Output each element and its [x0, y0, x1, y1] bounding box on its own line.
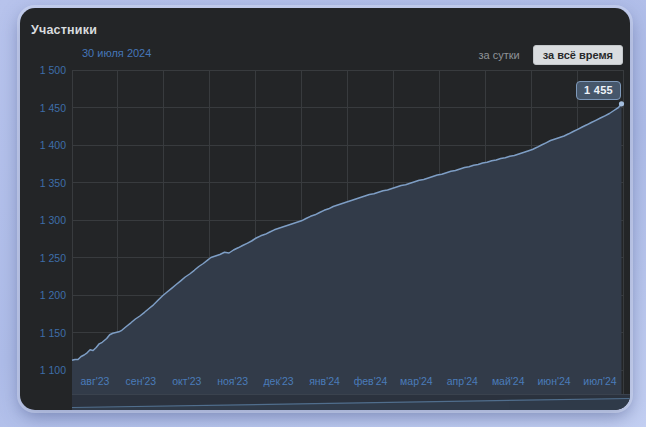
x-tick-label: дек'23	[263, 375, 293, 387]
x-tick-label: май'24	[492, 375, 525, 387]
x-tick-label: ноя'23	[217, 375, 248, 387]
x-tick-label: авг'23	[81, 375, 110, 387]
page-background: Участники 30 июля 2024 за сутки за всё в…	[0, 0, 646, 427]
series-area-fill	[72, 104, 622, 394]
last-point-marker	[619, 101, 624, 106]
x-tick-label: июн'24	[537, 375, 570, 387]
range-navigator[interactable]	[72, 394, 630, 410]
navigator-mini-chart	[72, 395, 630, 410]
x-tick-label: фев'24	[354, 375, 388, 387]
participants-chart-card: Участники 30 июля 2024 за сутки за всё в…	[20, 8, 630, 410]
card-title: Участники	[31, 23, 97, 37]
x-tick-label: июл'24	[583, 375, 616, 387]
x-tick-label: окт'23	[172, 375, 201, 387]
x-tick-label: апр'24	[447, 375, 478, 387]
x-tick-label: янв'24	[309, 375, 340, 387]
range-all-time-button[interactable]: за всё время	[533, 45, 623, 65]
last-value-badge: 1 455	[576, 81, 621, 100]
participants-area-chart[interactable]: авг'23сен'23окт'23ноя'23дек'23янв'24фев'…	[20, 70, 630, 394]
chart-date-label: 30 июля 2024	[82, 47, 151, 59]
x-tick-label: мар'24	[400, 375, 433, 387]
range-controls: за сутки за всё время	[478, 45, 623, 65]
range-per-day-button[interactable]: за сутки	[478, 49, 519, 61]
x-tick-label: сен'23	[126, 375, 157, 387]
